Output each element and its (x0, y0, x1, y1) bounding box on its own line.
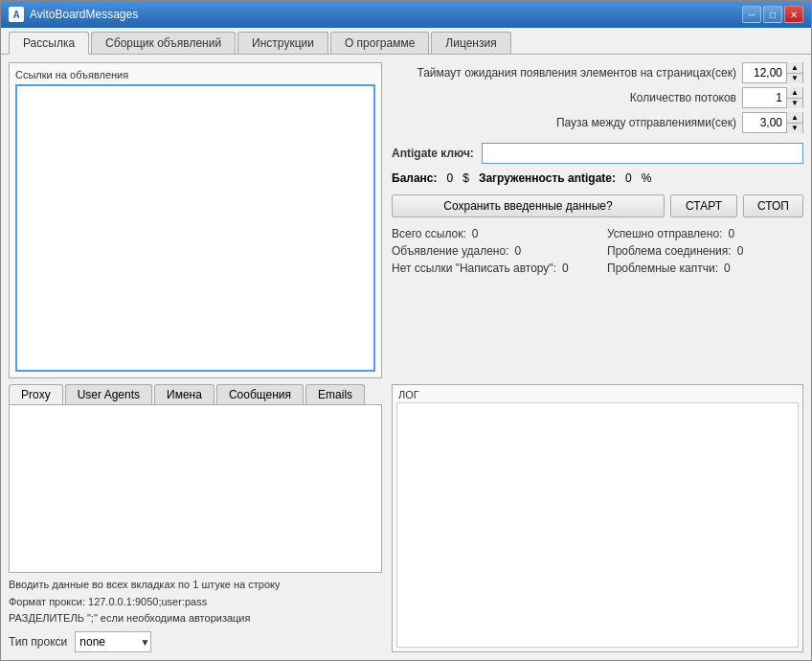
antigate-label: Antigate ключ: (392, 147, 474, 160)
tab-proxy[interactable]: Proxy (9, 384, 63, 404)
hint-line-1: Вводить данные во всех вкладках по 1 шту… (9, 577, 382, 594)
proxy-type-select[interactable]: none http socks4 socks5 (75, 631, 151, 652)
timeout-row: Таймаут ожидания появления элементов на … (392, 62, 803, 83)
main-window: A AvitoBoardMessages ─ □ ✕ Рассылка Сбор… (0, 0, 812, 661)
timeout-up-button[interactable]: ▲ (787, 62, 802, 73)
connection-error-value: 0 (737, 244, 744, 258)
tab-about[interactable]: О программе (330, 32, 429, 54)
hint-line-3: РАЗДЕЛИТЕЛЬ ";" если необходима авториза… (9, 610, 382, 627)
antigate-input[interactable] (482, 143, 803, 164)
main-content: Ссылки на объявления Таймаут ожидания по… (1, 55, 811, 660)
hint-line-2: Формат прокси: 127.0.0.1:9050;user:pass (9, 594, 382, 611)
deleted-value: 0 (515, 244, 522, 258)
maximize-button[interactable]: □ (763, 6, 782, 23)
threads-input[interactable] (743, 88, 786, 107)
left-panel: Ссылки на объявления (9, 62, 382, 378)
links-textarea[interactable] (15, 84, 375, 372)
pause-down-button[interactable]: ▼ (787, 123, 802, 133)
threads-label: Количество потоков (630, 91, 736, 104)
antigate-load-unit: % (642, 171, 652, 185)
tab-instructions[interactable]: Инструкции (237, 32, 328, 54)
proxy-type-label: Тип прокси (9, 635, 67, 649)
actions-row: Сохранить введенные данные? СТАРТ СТОП (392, 194, 803, 217)
antigate-load-label: Загруженность antigate: (479, 171, 616, 185)
proxy-type-wrapper: none http socks4 socks5 ▼ (75, 631, 151, 652)
bottom-left: Proxy User Agents Имена Сообщения Emails… (9, 384, 382, 652)
proxy-type-row: Тип прокси none http socks4 socks5 ▼ (9, 631, 382, 652)
connection-error-row: Проблема соединения: 0 (607, 244, 803, 258)
threads-up-button[interactable]: ▲ (787, 87, 802, 98)
close-button[interactable]: ✕ (784, 6, 803, 23)
antigate-load-value: 0 (625, 171, 632, 185)
stats-section: Всего ссылок: 0 Успешно отправлено: 0 Об… (392, 227, 803, 275)
pause-spinner-btns: ▲ ▼ (786, 112, 802, 133)
main-tabs: Рассылка Сборщик объявлений Инструкции О… (1, 28, 811, 55)
no-link-row: Нет ссылки "Написать автору": 0 (392, 262, 588, 275)
log-panel: ЛОГ (392, 384, 803, 652)
timeout-spinner: ▲ ▼ (742, 62, 803, 83)
proxy-textarea[interactable] (9, 405, 382, 573)
balance-currency: $ (462, 171, 469, 185)
threads-spinner-btns: ▲ ▼ (786, 87, 802, 108)
threads-spinner: ▲ ▼ (742, 87, 803, 108)
log-textarea (396, 402, 799, 648)
title-bar-left: A AvitoBoardMessages (9, 7, 138, 22)
tab-messages[interactable]: Сообщения (216, 384, 304, 404)
tab-collector[interactable]: Сборщик объявлений (91, 32, 236, 54)
settings-grid: Таймаут ожидания появления элементов на … (392, 62, 803, 133)
timeout-label: Таймаут ожидания появления элементов на … (417, 66, 736, 80)
log-label: ЛОГ (393, 385, 802, 402)
captcha-value: 0 (724, 262, 731, 275)
pause-input[interactable] (743, 113, 786, 132)
links-group-label: Ссылки на объявления (15, 69, 375, 80)
timeout-down-button[interactable]: ▼ (787, 73, 802, 83)
total-links-row: Всего ссылок: 0 (392, 227, 588, 240)
right-panel: Таймаут ожидания появления элементов на … (392, 62, 803, 378)
tab-emails[interactable]: Emails (305, 384, 365, 404)
timeout-input[interactable] (743, 63, 786, 82)
antigate-row: Antigate ключ: (392, 143, 803, 164)
minimize-button[interactable]: ─ (742, 6, 761, 23)
no-link-label: Нет ссылки "Написать автору": (392, 262, 556, 275)
window-title: AvitoBoardMessages (30, 8, 138, 21)
balance-value: 0 (447, 171, 454, 185)
top-section: Ссылки на объявления Таймаут ожидания по… (9, 62, 803, 378)
tab-names[interactable]: Имена (154, 384, 214, 404)
sent-value: 0 (728, 227, 734, 240)
pause-label: Пауза между отправлениями(сек) (556, 116, 736, 129)
sent-row: Успешно отправлено: 0 (607, 227, 803, 240)
total-links-label: Всего ссылок: (392, 227, 466, 240)
total-links-value: 0 (472, 227, 479, 240)
links-group: Ссылки на объявления (9, 62, 382, 378)
deleted-label: Объявление удалено: (392, 244, 509, 258)
pause-spinner: ▲ ▼ (742, 112, 803, 133)
stop-button[interactable]: СТОП (743, 194, 803, 217)
threads-row: Количество потоков ▲ ▼ (392, 87, 803, 108)
threads-down-button[interactable]: ▼ (787, 98, 802, 108)
title-bar: A AvitoBoardMessages ─ □ ✕ (1, 1, 811, 28)
sent-label: Успешно отправлено: (607, 227, 722, 240)
start-button[interactable]: СТАРТ (670, 194, 737, 217)
pause-row: Пауза между отправлениями(сек) ▲ ▼ (392, 112, 803, 133)
bottom-section: Proxy User Agents Имена Сообщения Emails… (9, 384, 803, 652)
tab-rassylka[interactable]: Рассылка (9, 32, 89, 55)
no-link-value: 0 (562, 262, 569, 275)
captcha-row: Проблемные каптчи: 0 (607, 262, 803, 275)
title-buttons: ─ □ ✕ (742, 6, 803, 23)
connection-error-label: Проблема соединения: (607, 244, 732, 258)
hint-section: Вводить данные во всех вкладках по 1 шту… (9, 577, 382, 652)
captcha-label: Проблемные каптчи: (607, 262, 718, 275)
tab-license[interactable]: Лицензия (431, 32, 510, 54)
timeout-spinner-btns: ▲ ▼ (786, 62, 802, 83)
app-icon: A (9, 7, 24, 22)
bottom-tabs: Proxy User Agents Имена Сообщения Emails (9, 384, 382, 405)
pause-up-button[interactable]: ▲ (787, 112, 802, 123)
balance-row: Баланс: 0 $ Загруженность antigate: 0 % (392, 171, 803, 185)
save-button[interactable]: Сохранить введенные данные? (392, 194, 665, 217)
tab-useragents[interactable]: User Agents (65, 384, 152, 404)
deleted-row: Объявление удалено: 0 (392, 244, 588, 258)
balance-label: Баланс: (392, 171, 438, 185)
log-group: ЛОГ (392, 384, 803, 652)
